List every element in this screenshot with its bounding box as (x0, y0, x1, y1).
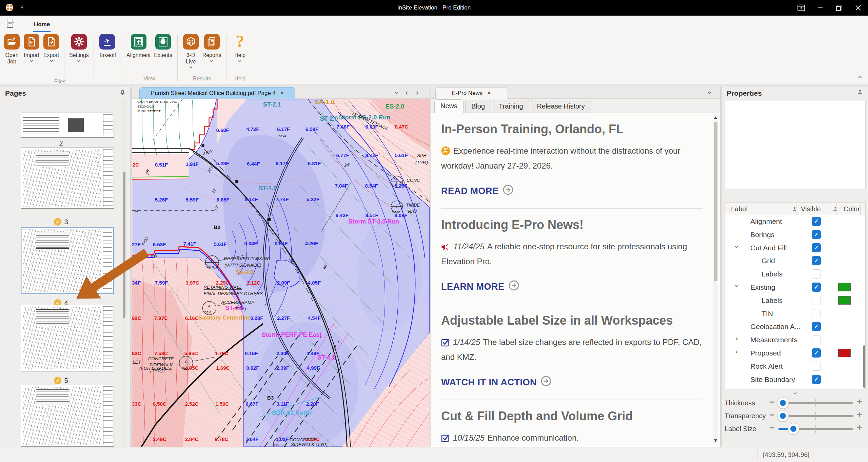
pin-icon[interactable] (120, 89, 125, 97)
ribbon-button-open-job[interactable]: OpenJob (2, 33, 22, 65)
article-link-read-more[interactable]: READ MORE (441, 185, 703, 197)
cad-drawing-canvas[interactable]: CHAPTER OF N.Y.S. ARC33.20-2-10IRISH STR… (132, 99, 430, 447)
plus-button[interactable]: + (857, 410, 862, 420)
ribbon-button-help[interactable]: ?Help (230, 33, 250, 63)
cad-label: 1.64F (245, 436, 258, 442)
restore-button[interactable] (834, 3, 844, 13)
cad-label: Sanitary Centerline (198, 314, 251, 321)
cad-label: 2.84C (185, 436, 199, 442)
cad-label: 0.02F (246, 365, 259, 371)
tab-home[interactable]: Home (30, 16, 54, 33)
tab-list-chevron-down-icon[interactable] (394, 91, 399, 95)
document-tab-close-icon[interactable]: × (280, 90, 284, 97)
page-thumbnail-3[interactable] (21, 227, 114, 294)
article-link-learn-more[interactable]: LEARN MORE (441, 280, 703, 293)
cad-label: 0.78C (215, 436, 228, 442)
article-title: Cut & Fill Depth and Volume Grid (441, 409, 703, 424)
slider-thumb[interactable] (777, 410, 789, 422)
subtab-training[interactable]: Training (493, 100, 529, 113)
page-thumbnail-2[interactable] (21, 148, 114, 209)
cad-label: LET (133, 360, 141, 365)
cad-label: 4.99F (307, 365, 320, 371)
subtab-blog[interactable]: Blog (465, 100, 491, 113)
cad-label: 7.58C (154, 350, 168, 356)
news-panel-chevron-icon[interactable] (707, 90, 712, 95)
plus-button[interactable]: + (857, 423, 862, 433)
cad-label: 5.59F (186, 197, 199, 203)
news-tab[interactable]: E-Pro News × (435, 87, 507, 99)
document-tab[interactable]: Parrish Street Medical Office Building.p… (139, 87, 295, 99)
minus-button[interactable]: − (769, 397, 775, 407)
article-link-watch-it-in-action[interactable]: WATCH IT IN ACTION (441, 376, 703, 389)
app-menu-icon[interactable] (6, 18, 15, 29)
minus-button[interactable]: − (769, 410, 775, 420)
ribbon-group-label: Results (181, 76, 223, 83)
slider-center-tick (815, 399, 816, 407)
cad-label: 6.50C (153, 401, 166, 407)
ribbon-button-export[interactable]: Export (41, 33, 61, 63)
ribbon-button-extents[interactable]: Extents (152, 33, 174, 58)
article-title: In-Person Training, Orlando, FL (441, 122, 703, 137)
cad-label: 27F (132, 242, 141, 247)
cad-label: 3 (185, 360, 187, 363)
cad-label: 2.12C (247, 280, 260, 286)
ribbon-button-3-d-live[interactable]: 3-DLive (181, 33, 201, 69)
cad-label: CONCRETE (148, 356, 174, 361)
cad-label: R=25 (278, 134, 287, 137)
minimize-button[interactable] (815, 3, 825, 13)
page-number: 3 (64, 218, 68, 226)
chevron-down-icon (29, 59, 34, 63)
page-thumbnail-1[interactable] (21, 113, 114, 138)
cad-label: 33.20-2-10 (137, 104, 154, 108)
cad-label: 4.95C (185, 365, 199, 371)
collapse-ribbon-icon[interactable] (857, 75, 863, 80)
page-number-row: 2 (0, 139, 122, 148)
ribbon-button-takeoff[interactable]: ✈Takeoff (97, 33, 118, 58)
cad-label: SDR-21 North (272, 409, 312, 416)
cad-label: 7.97C (154, 315, 168, 321)
minus-button[interactable]: − (769, 423, 775, 433)
ribbon-button-label: OpenJob (5, 52, 18, 65)
news-tab-close-icon[interactable]: × (487, 90, 491, 97)
ribbon-button-label: Help (234, 52, 245, 58)
cad-label: 6.81F (308, 160, 321, 166)
page-thumbnail-5[interactable] (21, 385, 114, 447)
pages-scrollbar[interactable] (122, 99, 126, 447)
reports-icon (204, 34, 220, 50)
subtab-news[interactable]: News (434, 99, 463, 113)
ribbon-button-label: Alignment (126, 52, 151, 58)
ribbon-button-settings[interactable]: Settings (67, 33, 91, 63)
news-article: Introducing E-Pro News!11/24/25A reliabl… (431, 209, 713, 304)
cad-label: 6.17F (277, 126, 290, 132)
circle-arrow-icon (503, 185, 513, 197)
document-tab-bar: Parrish Street Medical Office Building.p… (132, 87, 430, 99)
subtab-release-history[interactable]: Release History (531, 100, 591, 113)
ribbon-button-reports[interactable]: Reports (201, 33, 223, 63)
article-body: Experience real-time interaction without… (441, 144, 703, 172)
checkbox-icon (441, 433, 450, 446)
ribbon-group-files: OpenJobImportExportSettings✈TakeoffFiles (2, 33, 118, 83)
cad-label: 2.30F (276, 350, 289, 356)
scroll-up-icon[interactable] (713, 115, 718, 120)
slider-thumb[interactable] (777, 397, 789, 409)
page-thumbnail-4[interactable] (21, 305, 114, 371)
close-button[interactable] (853, 3, 863, 13)
cad-label: 4.05F (308, 280, 321, 286)
scroll-down-icon[interactable] (713, 438, 718, 443)
news-scrollbar[interactable] (713, 114, 718, 444)
ribbon-button-label: Takeoff (99, 52, 116, 58)
tab-scroll-right-icon[interactable] (415, 91, 419, 95)
dock-window-icon[interactable] (796, 3, 806, 13)
ribbon-button-alignment[interactable]: Alignment (125, 33, 152, 58)
tab-scroll-left-icon[interactable] (405, 91, 409, 95)
slider-thumb[interactable] (788, 423, 799, 435)
cad-label: 8.54F (365, 183, 378, 189)
cad-label: 7.46F (337, 124, 350, 130)
alignment-icon (131, 34, 146, 50)
article-date: 10/15/25 (453, 433, 485, 442)
cad-label: Storm ST-3.0 Run (349, 218, 399, 225)
plus-button[interactable]: + (857, 397, 862, 407)
news-subtabs: NewsBlogTrainingRelease History (431, 99, 720, 113)
ribbon-button-import[interactable]: Import (22, 33, 41, 63)
cad-label: 6.44F (247, 161, 260, 167)
